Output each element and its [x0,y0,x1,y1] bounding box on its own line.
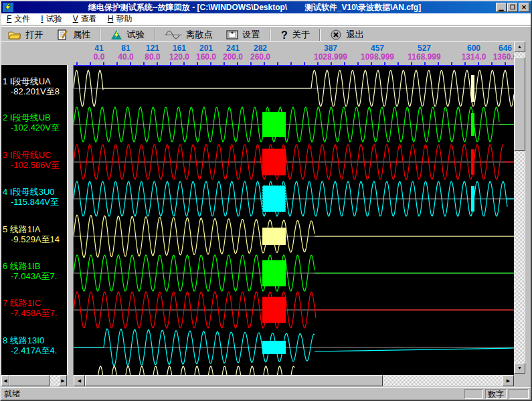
channel-range: -102.586V至 [3,160,67,170]
ruler-mark: 12180.0 [145,44,160,62]
channel-name: 5 线路1IA [3,224,67,234]
event-marker-block [262,112,286,137]
main-hscroll-right-button[interactable]: ▶ [503,375,514,386]
toolbar-button-label: 属性 [73,29,91,41]
waveform-area[interactable] [74,65,514,375]
svg-text:?: ? [281,29,288,40]
event-marker-block [262,228,286,245]
main-hscroll-left-button[interactable]: ◀ [74,375,85,386]
ruler-mark: 282260.0 [250,44,270,62]
left-hscroll-track[interactable] [50,375,59,386]
panel-splitter[interactable] [67,65,74,375]
toolbar-button-label: 离散点 [186,29,213,41]
restore-button[interactable]: ❐ [507,3,518,12]
cursor-marker-bar [471,75,474,102]
toolbar-button-discrete-points[interactable]: 离散点 [158,27,219,42]
event-marker-block [262,149,286,175]
time-ruler: 410.08140.012180.0161120.0201160.0241200… [1,42,514,65]
channel-label-row[interactable]: 5 线路1IA-9.529A至14 [3,224,67,244]
channel-label-row[interactable]: 1 Ⅰ段母线UA-82.201V至8 [3,76,67,96]
menu-item-V[interactable]: V查看 [68,13,102,25]
scroll-down-button[interactable]: ▼ [514,363,525,374]
channel-range: -82.201V至8 [3,86,67,96]
channel-label-row[interactable]: 7 线路1IC-7.458A至7. [3,298,67,318]
toolbar-button-open-folder[interactable]: 打开 [1,27,50,42]
channel-range: -2.417A至4. [3,345,67,355]
channel-label-row[interactable]: 8 线路13I0-2.417A至4. [3,335,67,355]
waveform-plot [74,66,514,375]
left-panel-hscrollbar[interactable]: ◀ ▶ [1,375,67,386]
status-panel-blank-1 [464,389,483,399]
toolbar-button-test-bolt[interactable]: 试验 [104,27,151,42]
ruler-mark: 241200.0 [223,44,243,62]
ruler-mark: 8140.0 [118,44,133,62]
channel-name: 8 线路13I0 [3,335,67,345]
toolbar-button-label: 退出 [346,29,364,41]
menu-item-H[interactable]: H帮助 [102,13,138,25]
toolbar-separator [319,29,321,41]
channel-range: -115.844V至 [3,197,67,207]
toolbar-separator [100,29,101,41]
main-hscrollbar[interactable]: ◀ ▶ [74,375,514,386]
channel-name: 2 Ⅰ段母线UB [3,112,67,123]
toolbar-button-about[interactable]: ?关于 [274,27,317,42]
ruler-mark: 201160.0 [196,44,216,62]
minimize-button[interactable]: ▁ [496,3,507,12]
channel-label-row[interactable]: 4 Ⅰ段母线3U0-115.844V至 [3,187,67,207]
channel-range: -7.043A至7. [3,271,67,281]
channel-range: -102.420V至 [3,123,67,133]
toolbar-button-properties[interactable]: 属性 [50,27,98,42]
toolbar-separator [154,29,155,41]
waveform-trace [97,366,294,375]
channel-label-row[interactable]: 2 Ⅰ段母线UB-102.420V至 [3,112,67,133]
channel-name: 1 Ⅰ段母线UA [3,76,67,86]
channel-name: 6 线路1IB [3,261,67,271]
window-title: 继电保护测试系统--故障回放 - [C:\WINDOWS\Desktop\ 测试… [13,1,496,13]
channel-name: 7 线路1IC [3,298,67,308]
vertical-scrollbar[interactable]: ▲ ▼ [514,42,525,374]
app-window: 继电保护测试系统--故障回放 - [C:\WINDOWS\Desktop\ 测试… [0,0,532,401]
close-button[interactable]: ✕ [519,3,529,12]
ruler-mark: 6001314.0 [462,44,486,62]
toolbar-button-label: 试验 [126,29,145,41]
left-hscroll-right-button[interactable]: ▶ [59,375,67,386]
scroll-splitter [67,375,74,386]
cursor-marker-bar [471,149,474,175]
main-hscroll-track[interactable] [383,375,503,386]
menu-bar: F文件I试验V查看H帮助 [1,13,531,25]
cursor-marker-bar [471,186,474,212]
title-bar[interactable]: 继电保护测试系统--故障回放 - [C:\WINDOWS\Desktop\ 测试… [1,1,531,13]
svg-text:*: * [231,31,234,38]
bottom-scroll-row: ◀ ▶ ◀ ▶ [1,375,531,386]
status-ready-text: 就绪 [1,388,464,400]
test-bolt-icon [110,29,122,40]
channel-list-panel: 1 Ⅰ段母线UA-82.201V至82 Ⅰ段母线UB-102.420V至3 Ⅰ段… [1,65,67,375]
event-marker-block [262,260,286,287]
left-hscroll-left-button[interactable]: ◀ [1,375,9,386]
cursor-marker-bar [471,113,474,136]
main-hscroll-thumb[interactable] [85,375,383,386]
ruler-mark: 161120.0 [169,44,189,62]
menu-item-I[interactable]: I试验 [35,13,67,25]
channel-range: -9.529A至14 [3,234,67,244]
status-num-lock: 数字 [485,389,507,399]
ruler-mark: 4571098.999 [361,44,394,62]
vscroll-thumb[interactable] [514,57,525,151]
open-folder-icon [8,29,21,40]
status-bar: 就绪 数字 [1,387,531,400]
event-marker-block [262,341,286,354]
channel-label-row[interactable]: 6 线路1IB-7.043A至7. [3,261,67,281]
ruler-mark: 410.0 [94,44,105,62]
waveform-trace [315,348,514,351]
discrete-points-icon [165,29,182,40]
left-hscroll-thumb[interactable] [9,375,50,386]
scroll-up-button[interactable]: ▲ [514,42,525,52]
status-panel-blank-2 [509,389,529,399]
menu-item-F[interactable]: F文件 [1,13,35,25]
about-icon: ? [280,29,288,40]
toolbar-button-exit[interactable]: 退出 [323,27,371,42]
toolbar-button-settings[interactable]: *设置 [219,27,267,42]
toolbar-separator [270,29,271,41]
channel-label-row[interactable]: 3 Ⅰ段母线UC-102.586V至 [3,150,67,170]
app-icon [3,3,13,12]
